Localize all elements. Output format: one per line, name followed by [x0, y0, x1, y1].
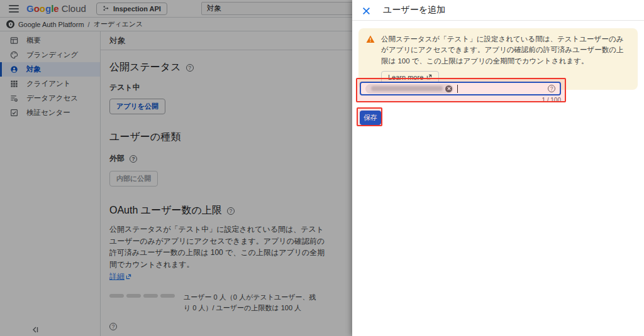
redacted-email-text	[371, 86, 443, 91]
alert-text: 公開ステータスが「テスト」に設定されている間は、テストユーザーのみがアプリにアク…	[381, 34, 629, 67]
text-cursor	[457, 85, 458, 93]
panel-header: ユーザーを追加	[352, 0, 644, 21]
remove-chip-icon[interactable]	[445, 85, 452, 92]
panel-title: ユーザーを追加	[383, 4, 445, 16]
warning-alert: 公開ステータスが「テスト」に設定されている間は、テストユーザーのみがアプリにアク…	[358, 28, 638, 90]
email-chip	[365, 84, 453, 94]
external-link-icon	[426, 74, 432, 80]
input-help-icon[interactable]: ?	[548, 85, 555, 92]
test-user-email-input[interactable]: ?	[360, 82, 561, 95]
close-icon[interactable]	[362, 6, 370, 14]
screen: Google Cloud Inspection API Google Auth …	[0, 0, 644, 336]
warning-icon	[366, 35, 375, 43]
add-users-panel: ユーザーを追加 公開ステータスが「テスト」に設定されている間は、テストユーザーの…	[352, 0, 644, 336]
learn-more-label: Learn more	[388, 73, 423, 81]
user-count-indicator: 1 / 100	[352, 97, 561, 104]
save-button[interactable]: 保存	[360, 111, 381, 125]
